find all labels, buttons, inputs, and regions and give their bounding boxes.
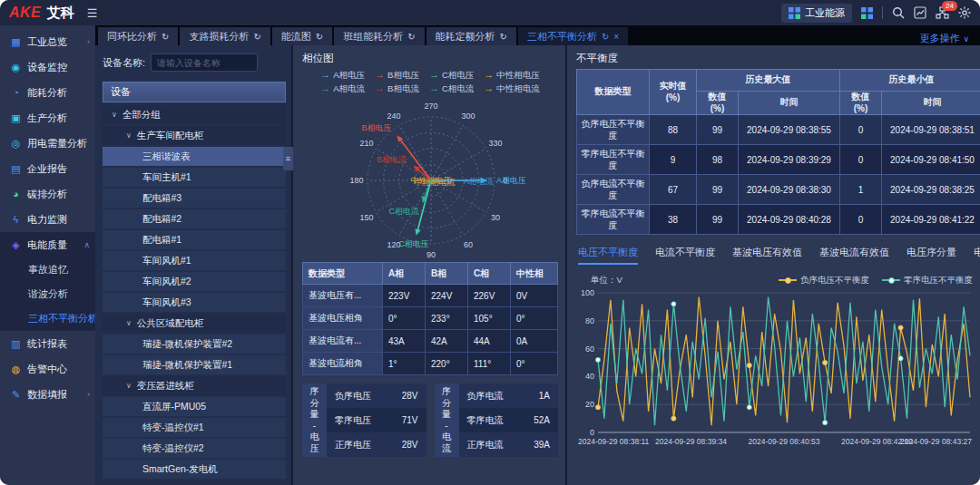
more-actions-button[interactable]: 更多操作 ∨ — [919, 32, 980, 45]
sidebar-item[interactable]: ✎数据填报› — [0, 382, 95, 407]
workspace-switcher-button[interactable]: 工业能源 — [781, 4, 852, 23]
chart-tab-1[interactable]: 电压不平衡度 — [578, 246, 638, 265]
svg-text:100: 100 — [581, 288, 594, 297]
tree-item[interactable]: 三相谐波表 — [103, 147, 286, 166]
tab-label: 班组能耗分析 — [343, 30, 403, 44]
device-name-input[interactable] — [151, 53, 258, 72]
tree-item[interactable]: 特变-温控仪#2 — [103, 439, 286, 458]
cell-value: 0° — [383, 307, 426, 330]
stats-doc-icon: ▥ — [9, 338, 23, 350]
close-icon[interactable]: × — [613, 32, 619, 42]
sidebar-item[interactable]: ◎用电需量分析 — [0, 131, 95, 156]
sidebar-item[interactable]: ▦工业总览› — [0, 29, 95, 54]
chart-tab-4[interactable]: 基波电流有效值 — [819, 246, 889, 265]
arrow-icon: → — [375, 68, 385, 82]
cell-max-value: 98 — [697, 145, 739, 175]
tree-item[interactable]: 直流屏-PMU05 — [103, 397, 286, 416]
chevron-down-icon[interactable]: ∨ — [126, 319, 132, 327]
sidebar-item[interactable]: ◈电能质量∧ — [0, 232, 95, 257]
tab-list: 同环比分析↻支路损耗分析↻能流图↻班组能耗分析↻能耗定额分析↻三相不平衡分析↻× — [98, 27, 630, 45]
search-icon[interactable] — [892, 6, 905, 19]
table-row: 零序电压不平衡度9982024-09-29 08:39:2902024-09-2… — [577, 145, 980, 175]
tab-3[interactable]: 能流图↻ — [272, 27, 332, 45]
tab-1[interactable]: 同环比分析↻ — [98, 27, 178, 45]
sidebar-item[interactable]: ◔能耗分析 — [0, 80, 95, 105]
chart-legend-item[interactable]: 负序电压不平衡度 — [779, 275, 869, 286]
alarm-center-icon[interactable]: 24 — [936, 6, 949, 19]
refresh-icon[interactable]: ↻ — [407, 32, 415, 42]
tab-label: 能流图 — [281, 30, 311, 44]
tree-root-header[interactable]: 设备 — [103, 82, 286, 102]
sequence-panel-title: 序分量-电流 — [435, 383, 459, 457]
tree-item-label: 配电箱#3 — [142, 192, 181, 205]
chevron-down-icon[interactable]: ∨ — [126, 382, 132, 390]
sidebar-item[interactable]: ▣生产分析 — [0, 105, 95, 131]
sidebar-item[interactable]: ▤企业报告 — [0, 156, 95, 181]
tree-item[interactable]: 车间主机#1 — [103, 168, 286, 187]
tab-4[interactable]: 班组能耗分析↻ — [334, 27, 424, 45]
imbalance-title: 不平衡度 — [576, 52, 973, 65]
tree-item[interactable]: 瑞捷-微机保护装置#1 — [103, 355, 286, 374]
legend-item: →A相电流 — [320, 82, 365, 95]
sidebar-subitem[interactable]: 事故追忆 — [0, 257, 95, 282]
tree-item[interactable]: ∨变压器进线柜 — [103, 376, 286, 395]
sidebar-item[interactable]: ▥统计报表 — [0, 331, 95, 356]
tree-item[interactable]: 车间风机#3 — [103, 293, 286, 312]
refresh-icon[interactable]: ↻ — [602, 32, 609, 42]
tree-item[interactable]: ∨全部分组 — [103, 105, 286, 124]
cell-value: 105° — [468, 307, 511, 330]
tree-collapse-handle[interactable]: ≡ — [283, 147, 293, 170]
chart-legend-item[interactable]: 零序电压不平衡度 — [882, 275, 973, 286]
tab-5[interactable]: 能耗定额分析↻ — [426, 27, 516, 45]
all-apps-icon[interactable] — [861, 7, 873, 19]
legend-marker-icon — [882, 279, 900, 281]
sidebar-item-label: 电力监测 — [27, 213, 67, 227]
sidebar-item-label: 用电需量分析 — [27, 137, 87, 150]
tab-2[interactable]: 支路损耗分析↻ — [180, 27, 270, 45]
tree-item[interactable]: 配电箱#1 — [103, 230, 286, 249]
cell-value: 0A — [511, 330, 558, 353]
svg-text:20: 20 — [585, 400, 594, 409]
cell-min-value: 0 — [840, 205, 882, 235]
tab-6[interactable]: 三相不平衡分析↻× — [518, 27, 628, 45]
refresh-icon[interactable]: ↻ — [500, 32, 507, 42]
tree-item[interactable]: ∨公共区域配电柜 — [103, 314, 286, 333]
cell-realtime: 88 — [650, 115, 697, 145]
tree-item[interactable]: 配电箱#3 — [103, 189, 286, 208]
settings-gear-icon[interactable] — [958, 6, 971, 19]
sidebar-item[interactable]: ϟ电力监测 — [0, 207, 95, 232]
chart-tab-2[interactable]: 电流不平衡度 — [655, 246, 715, 265]
refresh-icon[interactable]: ↻ — [162, 32, 169, 42]
sidebar-subitem[interactable]: 谐波分析 — [0, 282, 95, 306]
tree-item[interactable]: 车间风机#2 — [103, 272, 286, 291]
tree-item[interactable]: 车间风机#1 — [103, 251, 286, 270]
svg-text:80: 80 — [585, 316, 594, 325]
sidebar-item[interactable]: ◉设备监控 — [0, 54, 95, 80]
tree-item[interactable]: SmartGen-发电机 — [103, 460, 286, 479]
refresh-icon[interactable]: ↻ — [316, 32, 323, 42]
chart-tab-5[interactable]: 电压序分量 — [906, 246, 956, 265]
workspace-label: 工业能源 — [805, 6, 845, 20]
sidebar-item[interactable]: ◍告警中心 — [0, 356, 95, 382]
report-chart-icon[interactable] — [914, 6, 926, 19]
menu-toggle-icon[interactable]: ☰ — [87, 6, 98, 20]
cell-value: 0V — [511, 285, 558, 307]
tree-item-label: 车间风机#1 — [142, 255, 191, 267]
tree-item[interactable]: 瑞捷-微机保护装置#2 — [103, 335, 286, 354]
tree-item[interactable]: ∨生产车间配电柜 — [103, 126, 286, 145]
tab-label: 三相不平衡分析 — [527, 30, 597, 44]
svg-text:C相电压: C相电压 — [398, 239, 429, 248]
chevron-down-icon[interactable]: ∨ — [126, 131, 132, 140]
tab-label: 能耗定额分析 — [436, 30, 495, 44]
tree-item[interactable]: 特变-温控仪#1 — [103, 418, 286, 437]
tree-item[interactable]: 配电箱#2 — [103, 209, 286, 228]
sidebar-subitem[interactable]: 三相不平衡分析 — [0, 306, 95, 331]
arrow-icon: → — [375, 82, 385, 95]
chevron-down-icon[interactable]: ∨ — [112, 111, 117, 119]
refresh-icon[interactable]: ↻ — [253, 32, 260, 42]
chart-tab-3[interactable]: 基波电压有效值 — [732, 246, 802, 265]
sidebar-item[interactable]: ◕碳排分析 — [0, 181, 95, 207]
imbalance-line-chart: 0204060801002024-09-29 08:38:112024-09-2… — [576, 287, 974, 449]
chevron-down-icon: ∨ — [963, 34, 969, 44]
chart-tab-6[interactable]: 电流序分量 — [974, 246, 980, 265]
